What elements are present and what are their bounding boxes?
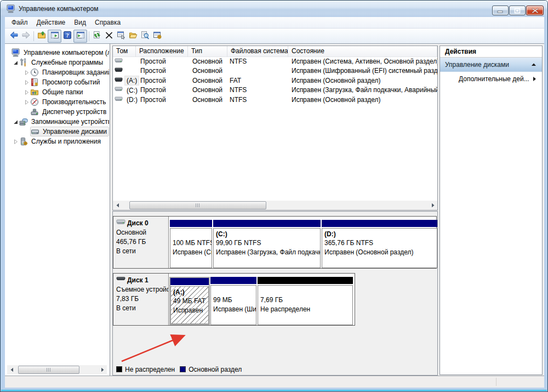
- menu-view[interactable]: Вид: [70, 18, 90, 28]
- open-button[interactable]: [127, 30, 139, 43]
- volume-layout: Простой: [136, 66, 188, 76]
- tree-collapse-icon[interactable]: [12, 118, 19, 126]
- primary-partition-band: [213, 220, 321, 227]
- legend: Не распределенОсновной раздел: [113, 363, 437, 375]
- scroll-right-arrow[interactable]: [98, 365, 107, 374]
- tree-expand-icon[interactable]: [22, 88, 30, 96]
- properties-button[interactable]: [115, 30, 127, 43]
- partition-D[interactable]: (D:)365,76 ГБ NTFSИсправен (Основной раз…: [322, 220, 437, 268]
- tree-item-4[interactable]: Общие папки: [5, 87, 109, 97]
- tree-item-7[interactable]: Запоминающие устройства: [5, 117, 109, 127]
- tree-collapse-icon[interactable]: [12, 59, 19, 66]
- console-help-button[interactable]: [151, 30, 163, 43]
- computer-icon: [12, 48, 20, 57]
- column-header-type[interactable]: Тип: [188, 46, 227, 57]
- partition-A[interactable]: (A:)49 МБ FATИсправен: [169, 277, 210, 325]
- refresh-button[interactable]: [91, 30, 103, 43]
- volume-status: Исправен (Основной раздел): [288, 76, 437, 86]
- menu-help[interactable]: Справка: [90, 18, 125, 28]
- tree-expand-icon[interactable]: [12, 138, 19, 145]
- volume-row-D[interactable]: (D:)ПростойОсновнойNTFSИсправен (Основно…: [113, 95, 437, 105]
- actions-panel: Действия Управление дисками Дополнительн…: [439, 46, 543, 375]
- scroll-thumb[interactable]: [129, 201, 266, 209]
- disk-name: Диск 1: [127, 276, 149, 285]
- volume-row-0[interactable]: ПростойОсновнойNTFSИсправен (Система, Ак…: [113, 57, 437, 66]
- maximize-button[interactable]: [509, 5, 526, 15]
- partition-0-0[interactable]: 100 МБ NTFSИсправен (Система, Активен, О…: [170, 220, 212, 268]
- partition-C[interactable]: (C:)99,90 ГБ NTFSИсправен (Загрузка, Фай…: [213, 220, 321, 268]
- tree-item-6[interactable]: Диспетчер устройств: [5, 107, 109, 117]
- minimize-button[interactable]: [492, 5, 509, 15]
- show-console-tree-button[interactable]: [48, 30, 61, 43]
- scroll-left-arrow[interactable]: [7, 365, 16, 374]
- partition-title: [173, 230, 212, 238]
- shared-folders-icon: [30, 88, 39, 96]
- collapse-icon[interactable]: [531, 63, 536, 67]
- disk-status: В сети: [116, 304, 168, 313]
- actions-item-more-actions[interactable]: Дополнительные дей...: [440, 72, 542, 86]
- open-icon: [129, 31, 138, 41]
- column-header-volume[interactable]: Том: [113, 46, 136, 57]
- partition-title: [213, 287, 256, 296]
- close-button[interactable]: [526, 5, 544, 15]
- volume-horizontal-scrollbar[interactable]: [113, 201, 437, 210]
- tree-item-0[interactable]: Управление компьютером (локальным): [5, 48, 109, 58]
- column-header-filesystem[interactable]: Файловая система: [227, 46, 288, 57]
- volume-fs: NTFS: [227, 86, 288, 95]
- scroll-left-arrow[interactable]: [113, 201, 122, 210]
- delete-button[interactable]: [103, 30, 115, 43]
- legend-label-0: Не распределен: [125, 366, 175, 373]
- tree-item-label: Производительность: [42, 98, 106, 106]
- actions-group-disk-management[interactable]: Управление дисками: [440, 58, 542, 72]
- partition-1-2[interactable]: 7,69 ГБНе распределен: [258, 277, 353, 325]
- tree-item-5[interactable]: Производительность: [5, 97, 109, 107]
- tree-horizontal-scrollbar[interactable]: [7, 365, 107, 374]
- title-bar[interactable]: Управление компьютером: [1, 1, 548, 17]
- menu-bar: ФайлДействиеВидСправка: [5, 17, 544, 29]
- device-manager-icon: [30, 107, 39, 116]
- column-header-layout[interactable]: Расположение: [136, 46, 188, 57]
- scroll-right-arrow[interactable]: [428, 201, 437, 210]
- delete-icon: [105, 31, 113, 41]
- tree-item-content: Просмотр событий: [30, 77, 109, 87]
- volume-layout: Простой: [136, 57, 188, 66]
- tree-item-content: Диспетчер устройств: [30, 107, 109, 117]
- scroll-thumb[interactable]: [18, 366, 79, 374]
- menu-action[interactable]: Действие: [32, 18, 70, 28]
- partition-status: Исправен (Основной раздел): [324, 248, 437, 257]
- show-action-pane-button[interactable]: [73, 30, 87, 43]
- volume-row-C[interactable]: (C:)ПростойОсновнойNTFSИсправен (Загрузк…: [113, 86, 437, 95]
- tree-item-1[interactable]: Служебные программы: [5, 58, 109, 67]
- disk-drive-icon: [116, 219, 127, 228]
- volume-layout: Простой: [136, 76, 188, 86]
- tree-item-8[interactable]: Управление дисками: [5, 127, 109, 137]
- partition-1-1[interactable]: 99 МБИсправен (Шифрованный (EFI) системн…: [210, 277, 256, 325]
- back-arrow-button[interactable]: [8, 30, 20, 43]
- partition-body: 99 МБИсправен (Шифрованный (EFI) системн…: [210, 285, 256, 325]
- tree-expand-icon[interactable]: [22, 78, 30, 86]
- tree-item-content: Служебные программы: [19, 58, 109, 67]
- tree-item-2[interactable]: Планировщик заданий: [5, 67, 109, 77]
- volume-row-A[interactable]: (A:)ПростойОсновнойFATИсправен (Основной…: [113, 76, 437, 86]
- forward-arrow-button[interactable]: [20, 30, 32, 43]
- tree-expand-icon[interactable]: [22, 69, 30, 76]
- svg-text:?: ?: [66, 32, 69, 38]
- computer-icon: [7, 4, 15, 13]
- tree-expand-icon[interactable]: [22, 98, 30, 106]
- show-action-pane-icon: [76, 31, 85, 41]
- help-button[interactable]: ?: [61, 30, 73, 43]
- disk-header-0[interactable]: Диск 0Основной465,76 ГБВ сети: [113, 217, 169, 268]
- volume-status: Исправен (Загрузка, Файл подкачки, Авари…: [288, 86, 437, 95]
- up-folder-button[interactable]: [36, 30, 48, 43]
- disk-header-1[interactable]: Диск 1Съемное устройство7,83 ГБВ сети: [113, 274, 169, 325]
- toolbar-separator: [89, 31, 89, 41]
- menu-file[interactable]: Файл: [7, 18, 32, 28]
- column-header-status[interactable]: Состояние: [288, 46, 437, 57]
- volume-fs: [227, 66, 288, 76]
- legend-swatch-0: [116, 366, 122, 372]
- tree-item-9[interactable]: Службы и приложения: [5, 137, 109, 146]
- tree-item-3[interactable]: Просмотр событий: [5, 77, 109, 87]
- find-button[interactable]: [139, 30, 151, 43]
- restore-icon: [514, 8, 521, 14]
- volume-row-1[interactable]: ПростойОсновнойИсправен (Шифрованный (EF…: [113, 66, 437, 76]
